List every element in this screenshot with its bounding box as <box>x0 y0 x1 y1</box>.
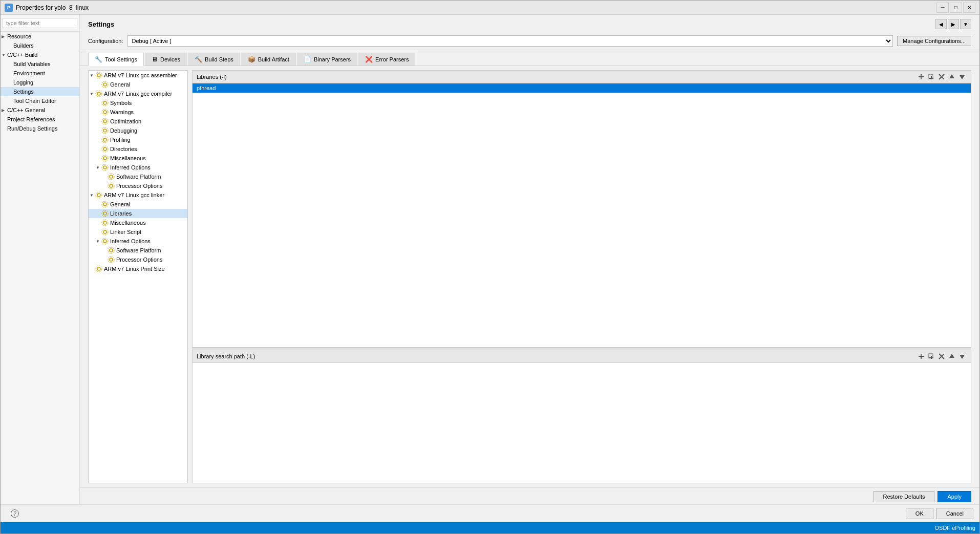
linker-misc-icon <box>101 219 109 226</box>
tab-tool-settings-label: Tool Settings <box>105 56 137 62</box>
tab-devices[interactable]: 🖥 Devices <box>145 53 187 66</box>
manage-configurations-button[interactable]: Manage Configurations... <box>897 36 971 46</box>
svg-point-43 <box>96 266 102 272</box>
assembler-general-icon <box>101 81 109 88</box>
lib-add-from-button[interactable] <box>927 73 936 81</box>
tree-arm-assembler[interactable]: ▼ ARM v7 Linux gcc assembler <box>89 71 187 80</box>
 <box>96 129 100 133</box>
sidebar-item-cpp-general[interactable]: ▶ C/C++ General <box>1 105 79 115</box>
lib-move-up-button[interactable] <box>947 73 956 81</box>
svg-rect-45 <box>919 76 924 77</box>
restore-defaults-button[interactable]: Restore Defaults <box>874 491 935 502</box>
tree-arm-print[interactable]: ARM v7 Linux Print Size <box>89 264 187 273</box>
 <box>2 117 6 122</box>
search-add-from-button[interactable] <box>927 352 936 360</box>
svg-point-8 <box>103 111 106 114</box>
sidebar-item-logging[interactable]: Logging <box>1 78 79 87</box>
nav-dropdown-button[interactable]: ▼ <box>960 19 971 29</box>
svg-marker-61 <box>960 355 965 359</box>
move-up-icon <box>949 74 955 80</box>
nav-forward-button[interactable]: ▶ <box>948 19 959 29</box>
sidebar-item-build-variables[interactable]: Build Variables <box>1 59 79 69</box>
tree-compiler-profiling[interactable]: Profiling <box>89 135 187 144</box>
tool-settings-icon: 🔧 <box>95 56 102 63</box>
tree-arm-compiler[interactable]: ▼ ARM v7 Linux gcc compiler <box>89 89 187 98</box>
tab-binary-parsers[interactable]: 📄 Binary Parsers <box>297 53 357 66</box>
tree-compiler-optimization[interactable]: Optimization <box>89 117 187 126</box>
tree-linker-libraries[interactable]: Libraries <box>89 209 187 218</box>
svg-point-41 <box>108 257 114 263</box>
lib-move-down-button[interactable] <box>957 73 967 81</box>
config-row: Configuration: Debug [ Active ] Manage C… <box>80 32 979 50</box>
tree-linker-software[interactable]: Software Platform <box>89 246 187 255</box>
svg-point-32 <box>103 221 106 224</box>
compiler-inferred-icon <box>101 164 109 171</box>
config-select[interactable]: Debug [ Active ] <box>127 35 893 47</box>
lib-delete-button[interactable] <box>937 73 946 81</box>
minimize-button[interactable]: ─ <box>936 3 949 13</box>
sidebar-item-tool-chain-editor[interactable]: Tool Chain Editor <box>1 96 79 105</box>
cancel-button[interactable]: Cancel <box>936 508 973 519</box>
lib-item-pthread[interactable]: pthread <box>193 83 971 93</box>
sidebar-item-resource[interactable]: ▶ Resource <box>1 32 79 41</box>
tree-arm-linker[interactable]: ▼ ARM v7 Linux gcc linker <box>89 190 187 200</box>
sidebar-item-cpp-build[interactable]: ▼ C/C++ Build <box>1 50 79 59</box>
tree-compiler-directories[interactable]: Directories <box>89 144 187 154</box>
tree-linker-processor[interactable]: Processor Options <box>89 255 187 264</box>
 <box>2 126 6 131</box>
: ▶ <box>2 108 6 113</box>
tab-tool-settings[interactable]: 🔧 Tool Settings <box>88 53 144 66</box>
tree-compiler-symbols[interactable]: Symbols <box>89 98 187 108</box>
ok-button[interactable]: OK <box>906 508 933 519</box>
compiler-debugging-label: Debugging <box>110 127 137 134</box>
svg-point-29 <box>102 201 108 207</box>
sidebar-item-environment[interactable]: Environment <box>1 69 79 78</box>
tree-compiler-inferred[interactable]: ▼ Inferred Options <box>89 163 187 172</box>
sidebar-item-project-references[interactable]: Project References <box>1 115 79 124</box>
tree-compiler-misc[interactable]: Miscellaneous <box>89 154 187 163</box>
sidebar-item-builders[interactable]: Builders <box>1 41 79 50</box>
search-move-up-button[interactable] <box>947 352 956 360</box>
lib-add-button[interactable] <box>917 73 926 81</box>
tab-error-parsers[interactable]: ❌ Error Parsers <box>358 53 415 66</box>
compiler-directories-label: Directories <box>110 146 137 152</box>
help-icon[interactable]: ? <box>11 509 19 518</box>
tree-compiler-software[interactable]: Software Platform <box>89 172 187 181</box>
tree-compiler-debugging[interactable]: Debugging <box>89 126 187 135</box>
search-move-down-icon <box>959 353 965 359</box>
tab-build-steps[interactable]: 🔨 Build Steps <box>188 53 240 66</box>
svg-point-31 <box>102 210 108 217</box>
tree-linker-general[interactable]: General <box>89 200 187 209</box>
move-down-icon <box>959 74 965 80</box>
tabs-bar: 🔧 Tool Settings 🖥 Devices 🔨 Build Steps … <box>80 50 979 66</box>
apply-button[interactable]: Apply <box>938 491 971 502</box>
svg-point-19 <box>102 155 108 161</box>
svg-point-39 <box>108 247 114 253</box>
tree-compiler-processor[interactable]: Processor Options <box>89 181 187 190</box>
compiler-debugging-icon <box>101 127 109 134</box>
svg-point-10 <box>103 120 106 123</box>
 <box>102 248 106 253</box>
linker-misc-label: Miscellaneous <box>110 220 146 226</box>
tree-linker-misc[interactable]: Miscellaneous <box>89 218 187 227</box>
nav-back-button[interactable]: ◀ <box>935 19 947 29</box>
maximize-button[interactable]: □ <box>950 3 962 13</box>
search-delete-button[interactable] <box>937 352 946 360</box>
sidebar-item-run-debug[interactable]: Run/Debug Settings <box>1 124 79 133</box>
svg-point-4 <box>97 92 100 95</box>
sidebar-item-settings[interactable]: Settings <box>1 87 79 96</box>
left-nav: ▶ Resource Builders ▼ C/C++ Build Build … <box>1 15 80 504</box>
tree-compiler-warnings[interactable]: Warnings <box>89 108 187 117</box>
search-move-down-button[interactable] <box>957 352 967 360</box>
search-add-button[interactable] <box>917 352 926 360</box>
close-button[interactable]: ✕ <box>963 3 975 13</box>
 <box>90 267 94 271</box>
tab-binary-parsers-label: Binary Parsers <box>314 56 351 62</box>
tree-linker-inferred[interactable]: ▼ Inferred Options <box>89 237 187 246</box>
tab-build-artifact[interactable]: 📦 Build Artifact <box>241 53 296 66</box>
linker-processor-icon <box>108 256 115 263</box>
filter-input[interactable] <box>3 18 77 28</box>
tree-assembler-general[interactable]: General <box>89 80 187 89</box>
linker-processor-label: Processor Options <box>116 257 162 263</box>
tree-linker-script[interactable]: Linker Script <box>89 227 187 237</box>
